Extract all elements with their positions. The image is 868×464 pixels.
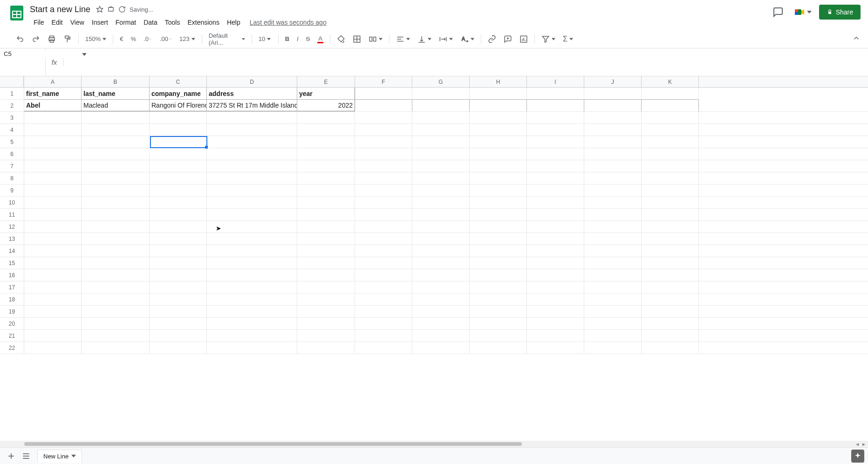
row-header[interactable]: 18 [0,293,24,306]
bold-icon[interactable]: B [282,34,292,44]
cell[interactable] [297,342,355,354]
cell[interactable]: Maclead [82,100,150,111]
cell[interactable] [207,136,297,148]
cell[interactable] [82,209,150,220]
cell[interactable] [297,330,355,341]
cell[interactable] [24,233,82,245]
cell[interactable]: address [207,88,297,100]
column-header[interactable]: G [412,76,470,87]
cell[interactable] [150,197,207,208]
cell[interactable] [24,245,82,257]
cell[interactable] [150,148,207,160]
cell[interactable] [584,209,642,220]
undo-icon[interactable] [13,33,27,45]
cell[interactable] [24,184,82,196]
cell[interactable] [527,233,584,245]
cell[interactable] [150,318,207,329]
menu-insert[interactable]: Insert [88,17,112,28]
name-box[interactable] [0,48,46,76]
cell[interactable] [527,245,584,257]
cell[interactable] [412,124,470,136]
cell[interactable] [527,221,584,232]
cell[interactable] [527,306,584,317]
cell[interactable] [527,257,584,269]
cell[interactable]: last_name [82,88,150,100]
cell[interactable] [82,148,150,160]
decrease-decimal-button[interactable]: .0← [141,34,155,44]
cell[interactable] [642,184,699,196]
cell[interactable] [642,342,699,354]
cell[interactable] [470,330,527,341]
cell[interactable] [24,306,82,317]
cell[interactable] [412,269,470,281]
cell[interactable] [412,88,470,100]
cell[interactable] [642,245,699,257]
cell[interactable] [82,318,150,329]
cell[interactable] [82,160,150,172]
cell[interactable] [470,281,527,293]
row-header[interactable]: 13 [0,233,24,245]
cell[interactable] [412,245,470,257]
cell[interactable] [24,293,82,305]
fill-color-icon[interactable] [334,33,348,45]
cell[interactable] [297,124,355,136]
cell[interactable]: 37275 St Rt 17m Middle Island S [207,100,297,111]
row-header[interactable]: 5 [0,136,24,148]
cell[interactable] [642,330,699,341]
cell[interactable] [642,160,699,172]
cell[interactable] [412,342,470,354]
cell[interactable] [527,318,584,329]
cell[interactable] [207,281,297,293]
cell[interactable] [150,269,207,281]
cell[interactable] [24,112,82,123]
cell[interactable] [297,197,355,208]
cell[interactable] [24,281,82,293]
cell[interactable] [355,293,412,305]
percent-button[interactable]: % [128,34,139,44]
cell[interactable] [642,124,699,136]
cell[interactable] [24,172,82,184]
cell[interactable] [470,269,527,281]
cell[interactable] [297,281,355,293]
cell[interactable] [412,100,470,111]
cell[interactable] [207,112,297,123]
row-header[interactable]: 7 [0,160,24,172]
row-header[interactable]: 8 [0,172,24,184]
cell[interactable] [297,160,355,172]
row-header[interactable]: 15 [0,257,24,269]
row-header[interactable]: 17 [0,281,24,293]
cell[interactable] [82,221,150,232]
cell[interactable] [412,257,470,269]
cell[interactable] [150,233,207,245]
cell[interactable] [470,124,527,136]
select-all-corner[interactable] [0,76,24,88]
row-header[interactable]: 19 [0,306,24,318]
cell[interactable] [297,148,355,160]
cell[interactable] [355,148,412,160]
row-header[interactable]: 3 [0,112,24,124]
column-header[interactable]: H [470,76,527,87]
cell[interactable] [24,148,82,160]
cell[interactable] [207,233,297,245]
cell[interactable] [584,197,642,208]
cell[interactable] [150,281,207,293]
strikethrough-icon[interactable]: S [303,34,313,44]
cell[interactable] [297,136,355,148]
cell[interactable] [82,245,150,257]
cell[interactable] [207,306,297,317]
cell[interactable] [642,112,699,123]
cell[interactable] [150,184,207,196]
cell[interactable] [297,318,355,329]
cell[interactable] [150,172,207,184]
cell[interactable] [470,172,527,184]
cell[interactable] [207,342,297,354]
cell[interactable] [150,209,207,220]
cell[interactable] [24,269,82,281]
row-header[interactable]: 14 [0,245,24,257]
cell[interactable] [297,233,355,245]
column-header[interactable]: K [642,76,699,87]
cell[interactable] [82,306,150,317]
cell[interactable] [642,148,699,160]
menu-file[interactable]: File [30,17,48,28]
cell[interactable] [470,293,527,305]
